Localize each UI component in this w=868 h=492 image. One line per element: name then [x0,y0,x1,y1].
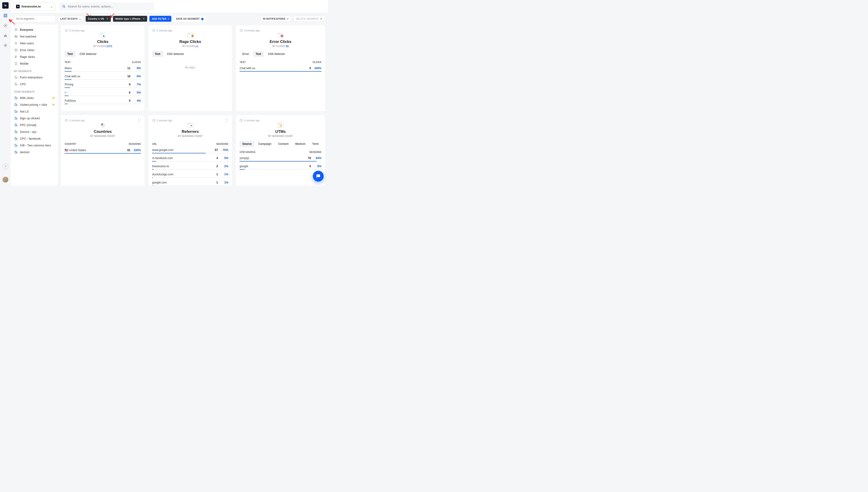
users-icon [14,28,18,31]
svg-point-28 [280,34,280,34]
segment-item[interactable]: Not watched [11,33,58,40]
segment-item[interactable]: Mobile [11,60,58,67]
data-row[interactable]: livesession.io22% [152,165,228,170]
data-row[interactable]: google.com11% [152,181,228,186]
expand-icon[interactable]: ⛶ [225,119,228,122]
date-range-chip[interactable]: LAST 30 DAYS ⌄ [57,16,84,22]
segment-search[interactable] [14,15,55,22]
row-percent: 9% [131,75,141,78]
tab-medium[interactable]: Medium [292,141,308,147]
pie-icon [14,123,18,127]
segment-item[interactable]: CPC [11,81,58,88]
segment-item[interactable]: Source - cpc [11,128,58,135]
segment-item[interactable]: Not LS [11,108,58,115]
progress-bar [152,161,228,162]
segment-item[interactable]: With clicks★ [11,94,58,101]
card-sublink[interactable]: (5) [286,45,289,47]
segment-item[interactable]: Everyone [11,26,58,33]
site-mini-logo: ls [16,5,20,8]
data-row[interactable]: FullStory54% [65,99,141,104]
data-row[interactable]: Chat with us5100% [240,67,322,72]
nav-settings-icon[interactable] [2,43,8,48]
nav-dashboard-icon[interactable] [2,13,8,19]
data-row[interactable]: m.facebook.com45% [152,156,228,162]
intercom-launcher[interactable] [313,171,324,181]
segment-item[interactable]: Visited pricing + click★ [11,101,58,108]
site-switcher[interactable]: ls livesession.io ⌄ [14,2,55,10]
filter-pill-mobile-type[interactable]: Mobile type is iPhone ✕ [113,16,147,22]
card-sublink[interactable]: (-) [196,45,198,47]
segment-label: New users [20,42,34,45]
in-notifications-button[interactable]: IN NOTIFICATIONS ✓ [260,16,291,22]
star-icon: ★ [52,103,55,106]
add-filter-button[interactable]: ADD FILTER + [149,16,171,22]
segment-label: Sign up clicked [20,117,40,120]
svg-rect-2 [4,16,5,17]
brand-logo[interactable]: ls [2,2,8,8]
row-count: 5 [119,99,131,102]
svg-point-10 [15,29,16,30]
search-input[interactable] [68,5,152,8]
row-count: 6 [119,91,131,94]
segment-item[interactable]: Sign up clicked [11,115,58,122]
row-percent: 9% [131,67,141,70]
data-row[interactable]: 🇺🇸 United States81100% [65,148,141,154]
delete-segment-button[interactable]: DELETE SEGMENT 🗑 [294,16,325,22]
row-count: 57 [207,148,218,152]
row-percent: 4% [131,99,141,102]
segment-label: Error clicks [20,48,34,52]
expand-icon[interactable]: ⛶ [138,119,141,122]
data-row[interactable]: Menu119% [65,67,141,72]
close-icon[interactable]: ✕ [143,17,145,20]
date-range-label: LAST 30 DAYS [60,17,77,20]
card-referrers: 🕒2 minutes ago ⛶ Referrers BY SESSIONS C… [148,115,232,186]
close-icon[interactable]: ✕ [106,17,109,20]
data-row[interactable]: Chat with us109% [65,75,141,80]
nav-analytics-icon[interactable] [2,32,8,39]
row-label: FullStory [65,99,119,102]
row-percent: 94% [311,156,322,160]
card-timestamp: 🕒2 minutes ago [152,119,228,122]
phone-icon [14,62,18,65]
global-search[interactable] [60,2,155,10]
svg-point-21 [188,34,189,34]
segment-item[interactable]: CPC - facebook [11,135,58,142]
row-percent: 1% [218,173,228,176]
tab-source[interactable]: Source [240,141,254,147]
card-utms: 🕒2 minutes ago UTMs BY SESSIONS COUNT So… [236,115,325,186]
svg-point-40 [280,124,280,124]
data-row[interactable]: (empty)7694% [240,156,322,162]
segment-item[interactable]: PPC (Gmail) [11,122,58,128]
data-row[interactable]: www.google.com5770% [152,148,228,153]
data-row[interactable]: google56% [240,165,322,170]
segment-item[interactable]: A/B - Two columns hero [11,142,58,149]
segment-item[interactable]: Form interactions [11,74,58,81]
tab-text[interactable]: Text [253,51,264,57]
nav-sessions-icon[interactable] [2,23,8,28]
data-row[interactable]: Pricing87% [65,83,141,88]
tab-campaign[interactable]: Campaign [256,141,274,147]
card-sublink[interactable]: (117) [107,45,112,47]
progress-bar [65,104,141,104]
filter-pill-country[interactable]: Country is US ✕ [86,16,111,22]
row-percent: 6% [311,165,322,168]
tab-error[interactable]: Error [240,51,252,57]
data-row[interactable]: ×65% [65,91,141,96]
tab-text[interactable]: Text [65,51,75,57]
tab-content[interactable]: Content [276,141,291,147]
tab-css-selector[interactable]: CSS Selector [265,51,287,57]
segment-item[interactable]: Error clicks [11,47,58,53]
tab-css-selector[interactable]: CSS Selector [77,51,99,57]
help-icon[interactable]: ? [2,164,8,169]
data-row[interactable]: duckduckgo.com11% [152,173,228,178]
save-segment-button[interactable]: SAVE AS SEGMENT ◉ [173,16,206,22]
segment-item[interactable]: Rage clicks [11,53,58,60]
tab-term[interactable]: Term [310,141,322,147]
user-avatar[interactable] [2,177,8,182]
tab-css-selector[interactable]: CSS Selector [164,51,187,57]
segment-item[interactable]: devtool [11,149,58,155]
segment-item[interactable]: New users [11,40,58,47]
left-rail: ls ? [0,0,11,186]
segment-search-input[interactable] [16,17,53,20]
tab-text[interactable]: Text [152,51,163,57]
